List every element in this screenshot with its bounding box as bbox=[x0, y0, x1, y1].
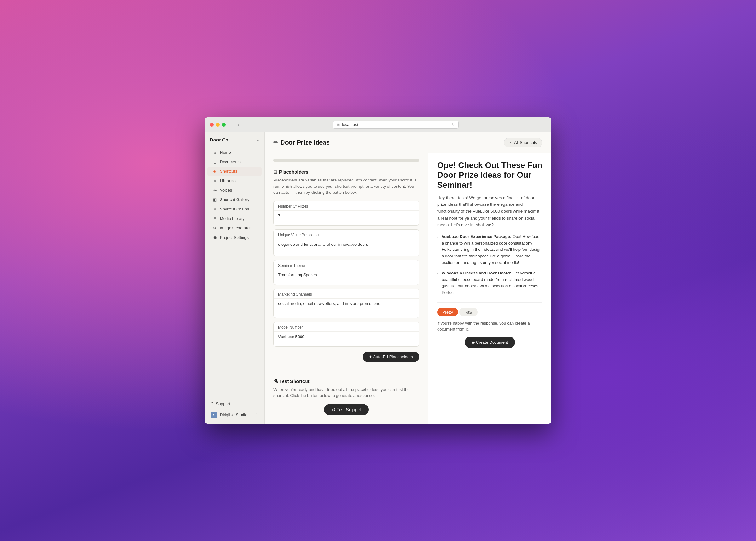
traffic-lights bbox=[210, 123, 225, 127]
sidebar-nav: ⌂ Home ◻ Documents ◈ Shortcuts ⊛ Librari… bbox=[205, 146, 264, 395]
sidebar-footer: ? Support S Dirigible Studio ⌃ bbox=[205, 395, 264, 424]
forward-button[interactable]: › bbox=[236, 122, 241, 128]
sidebar-item-shortcut-chains[interactable]: ⊕ Shortcut Chains bbox=[207, 205, 262, 214]
sidebar-item-label: Media Library bbox=[220, 216, 245, 221]
sidebar-item-label: Voices bbox=[220, 188, 232, 193]
address-bar-icon: ⊟ bbox=[337, 123, 340, 127]
sidebar-item-label: Libraries bbox=[220, 178, 235, 183]
sidebar-logo: Door Co. bbox=[210, 137, 230, 143]
reload-icon[interactable]: ↻ bbox=[452, 123, 455, 127]
field-label-unique-value: Unique Value Proposition bbox=[274, 230, 419, 240]
field-label-number-of-prizes: Number Of Prizes bbox=[274, 201, 419, 211]
sidebar-item-shortcuts[interactable]: ◈ Shortcuts bbox=[207, 167, 262, 176]
result-list: VueLuxe Door Experience Package: Ope! Ho… bbox=[437, 234, 543, 296]
left-panel: ⊟ Placeholders Placeholders are variable… bbox=[264, 153, 428, 424]
field-unique-value-proposition: Unique Value Proposition elegance and fu… bbox=[273, 230, 419, 256]
field-number-of-prizes: Number Of Prizes 7 bbox=[273, 201, 419, 226]
support-icon: ? bbox=[211, 401, 213, 406]
image-generator-icon: ⚙ bbox=[212, 226, 217, 230]
placeholder-icon: ⊟ bbox=[273, 170, 277, 175]
tab-pretty[interactable]: Pretty bbox=[437, 308, 458, 316]
browser-body: Door Co. ⌄ ⌂ Home ◻ Documents ◈ Shortcut… bbox=[205, 132, 551, 424]
sidebar-item-label: Project Settings bbox=[220, 235, 248, 240]
project-settings-icon: ◉ bbox=[212, 235, 217, 240]
field-marketing-channels: Marketing Channels social media, email n… bbox=[273, 288, 419, 318]
field-label-seminar-theme: Seminar Theme bbox=[274, 260, 419, 270]
sidebar-user[interactable]: S Dirigible Studio ⌃ bbox=[207, 410, 262, 420]
sidebar-item-label: Shortcut Chains bbox=[220, 207, 249, 212]
main-content: ✏ Door Prize Ideas ← All Shortcuts ⊟ Pla… bbox=[264, 132, 551, 424]
autofill-wrapper: ✦ Auto-Fill Placeholders bbox=[273, 350, 419, 369]
sidebar-item-voices[interactable]: ◎ Voices bbox=[207, 186, 262, 195]
browser-window: ‹ › ⊟ localhost ↻ Door Co. ⌄ ⌂ Home ◻ bbox=[205, 117, 551, 424]
test-snippet-button[interactable]: ↺ Test Snippet bbox=[324, 404, 369, 415]
sidebar-item-libraries[interactable]: ⊛ Libraries bbox=[207, 176, 262, 185]
field-seminar-theme: Seminar Theme Transforming Spaces bbox=[273, 260, 419, 285]
back-button[interactable]: ‹ bbox=[229, 122, 235, 128]
sidebar-item-label: Shortcut Gallery bbox=[220, 197, 249, 202]
placeholders-section: ⊟ Placeholders Placeholders are variable… bbox=[273, 169, 419, 369]
sidebar-item-label: Home bbox=[220, 150, 231, 155]
shortcut-gallery-icon: ◧ bbox=[212, 197, 217, 202]
close-button[interactable] bbox=[210, 123, 213, 127]
user-avatar: S bbox=[211, 412, 217, 418]
test-section: ⚗ Test Shortcut When you're ready and ha… bbox=[273, 378, 419, 415]
field-label-model-number: Model Number bbox=[274, 322, 419, 332]
sidebar-item-media-library[interactable]: ⊞ Media Library bbox=[207, 214, 262, 223]
tab-raw[interactable]: Raw bbox=[459, 308, 478, 316]
user-chevron-icon: ⌃ bbox=[255, 413, 258, 416]
nav-buttons: ‹ › bbox=[229, 122, 241, 128]
list-item-bold-1: VueLuxe Door Experience Package: bbox=[442, 234, 511, 239]
view-tabs: Pretty Raw bbox=[437, 308, 543, 316]
shortcut-chains-icon: ⊕ bbox=[212, 207, 217, 212]
sidebar-chevron-icon[interactable]: ⌄ bbox=[256, 138, 259, 142]
field-input-model-number[interactable]: VueLuxe 5000 bbox=[274, 332, 419, 345]
address-text: localhost bbox=[342, 122, 358, 127]
sidebar-item-project-settings[interactable]: ◉ Project Settings bbox=[207, 233, 262, 242]
page-title: ✏ Door Prize Ideas bbox=[273, 139, 330, 146]
sidebar-item-image-generator[interactable]: ⚙ Image Generator bbox=[207, 224, 262, 233]
field-input-marketing-channels[interactable]: social media, email newsletters, and in-… bbox=[274, 299, 419, 316]
sidebar-item-home[interactable]: ⌂ Home bbox=[207, 148, 262, 157]
edit-icon: ✏ bbox=[273, 139, 278, 146]
media-library-icon: ⊞ bbox=[212, 216, 217, 221]
test-section-title-text: Test Shortcut bbox=[279, 378, 310, 384]
list-item-bold-2: Wisconsin Cheese and Door Board: bbox=[442, 270, 511, 275]
field-label-marketing-channels: Marketing Channels bbox=[274, 289, 419, 299]
sidebar: Door Co. ⌄ ⌂ Home ◻ Documents ◈ Shortcut… bbox=[205, 132, 264, 424]
result-footer: Pretty Raw If you're happy with the resp… bbox=[437, 302, 543, 348]
field-input-seminar-theme[interactable]: Transforming Spaces bbox=[274, 270, 419, 283]
field-input-unique-value[interactable]: elegance and functionality of our innova… bbox=[274, 240, 419, 255]
documents-icon: ◻ bbox=[212, 160, 217, 164]
field-model-number: Model Number VueLuxe 5000 bbox=[273, 322, 419, 346]
sidebar-item-shortcut-gallery[interactable]: ◧ Shortcut Gallery bbox=[207, 195, 262, 204]
voices-icon: ◎ bbox=[212, 188, 217, 193]
result-heading: Ope! Check Out These Fun Door Prize Idea… bbox=[437, 160, 543, 190]
maximize-button[interactable] bbox=[222, 123, 225, 127]
browser-chrome: ‹ › ⊟ localhost ↻ bbox=[205, 117, 551, 132]
address-bar[interactable]: ⊟ localhost ↻ bbox=[333, 121, 459, 129]
user-name-label: Dirigible Studio bbox=[220, 412, 247, 417]
minimize-button[interactable] bbox=[216, 123, 219, 127]
test-icon: ⚗ bbox=[273, 378, 277, 384]
main-header: ✏ Door Prize Ideas ← All Shortcuts bbox=[264, 132, 551, 153]
test-section-description: When you're ready and have filled out al… bbox=[273, 387, 419, 399]
result-intro: Hey there, folks! We got ourselves a fin… bbox=[437, 195, 543, 229]
list-item: Wisconsin Cheese and Door Board: Get yer… bbox=[437, 270, 543, 296]
field-input-number-of-prizes[interactable]: 7 bbox=[274, 211, 419, 224]
content-area: ⊟ Placeholders Placeholders are variable… bbox=[264, 153, 551, 424]
list-item: VueLuxe Door Experience Package: Ope! Ho… bbox=[437, 234, 543, 266]
happy-text: If you're happy with the response, you c… bbox=[437, 320, 543, 332]
placeholders-section-title: ⊟ Placeholders bbox=[273, 169, 419, 175]
all-shortcuts-button[interactable]: ← All Shortcuts bbox=[504, 138, 543, 148]
placeholders-title-text: Placeholders bbox=[279, 169, 308, 175]
sidebar-support[interactable]: ? Support bbox=[207, 399, 262, 408]
placeholders-description: Placeholders are variables that are repl… bbox=[273, 177, 419, 196]
create-document-button[interactable]: ◈ Create Document bbox=[465, 337, 515, 348]
sidebar-item-documents[interactable]: ◻ Documents bbox=[207, 157, 262, 166]
sidebar-item-label: Image Generator bbox=[220, 226, 251, 230]
top-bar-strip bbox=[273, 159, 419, 162]
sidebar-item-label: Shortcuts bbox=[220, 169, 237, 174]
autofill-button[interactable]: ✦ Auto-Fill Placeholders bbox=[363, 352, 419, 362]
home-icon: ⌂ bbox=[212, 150, 217, 155]
